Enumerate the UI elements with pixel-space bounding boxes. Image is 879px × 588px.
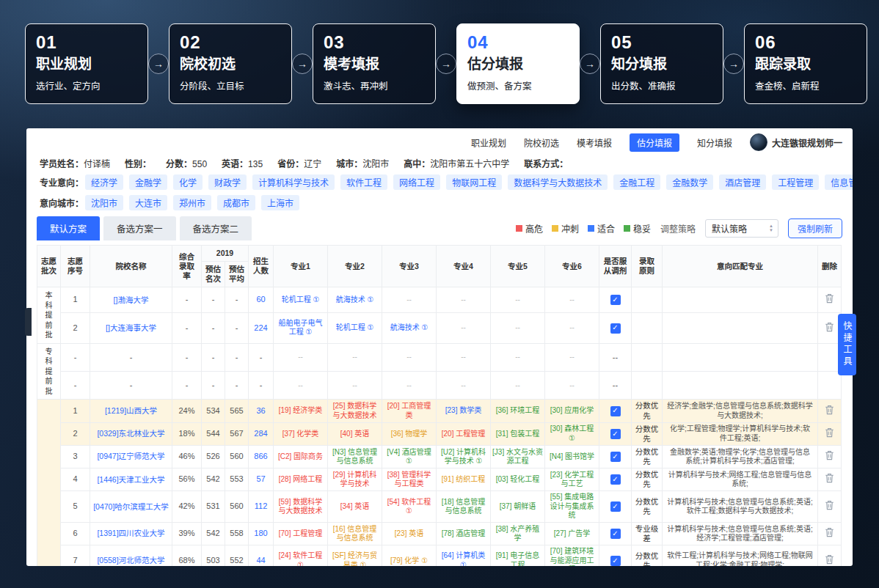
major-intent-tag[interactable]: 财政学 [208,174,247,190]
major-cell[interactable]: -- [491,372,545,400]
major-cell[interactable]: -- [437,287,491,313]
major-cell[interactable]: -- [274,372,328,400]
major-intent-tag[interactable]: 网络工程 [393,174,440,190]
nav-item[interactable]: 模考填报 [577,136,612,149]
delete-cell[interactable] [818,400,842,422]
major-cell[interactable]: [38] 管理科学与工程类 [382,468,437,491]
collapse-handle[interactable] [25,308,32,336]
trash-icon[interactable] [825,473,834,483]
major-cell[interactable]: [31] 包装工程 [491,422,545,445]
major-intent-tag[interactable]: 软件工程 [340,174,387,190]
major-cell[interactable]: -- [328,372,382,400]
college-link[interactable]: [0470]哈尔滨理工大学 [90,491,172,523]
nav-item[interactable]: 职业规划 [471,136,506,149]
obey-checkbox[interactable]: ✓ [610,452,621,462]
user-info[interactable]: 大连镞银规划师一 [750,133,842,151]
nav-item[interactable]: 估分填报 [630,133,679,152]
major-cell[interactable]: -- [545,372,599,400]
major-cell[interactable]: [U2] 计算机科学与技术 ① [437,445,491,468]
major-cell[interactable]: [19] 经济学类 [274,400,328,422]
major-cell[interactable]: -- [545,287,599,313]
college-link[interactable]: - [90,343,172,371]
major-cell[interactable]: [37] 朝鲜语 [491,491,545,523]
major-cell[interactable]: [V4] 酒店管理 ① [382,445,437,468]
trash-icon[interactable] [825,322,834,332]
trash-icon[interactable] [825,527,834,537]
major-cell[interactable]: [28] 网络工程 [274,468,328,491]
major-cell[interactable]: -- [491,343,545,371]
major-cell[interactable]: [34] 英语 [328,491,382,523]
major-cell[interactable]: 轮机工程 ① [328,312,382,343]
plan-tab[interactable]: 默认方案 [37,216,100,240]
major-intent-tag[interactable]: 酒店管理 [719,174,766,190]
city-intent-tag[interactable]: 大连市 [129,195,167,210]
major-intent-tag[interactable]: 计算机科学与技术 [252,174,335,190]
strategy-select[interactable]: 默认策略 ▲▼ [705,219,778,238]
trash-icon[interactable] [825,427,834,438]
major-cell[interactable]: [23] 英语 [382,522,437,545]
major-cell[interactable]: -- [545,312,599,343]
step-card-05[interactable]: 05 知分填报 出分数、准确报 [600,23,723,104]
major-cell[interactable]: [64] 计算机类 ① [437,545,491,566]
major-cell[interactable]: -- [382,343,437,371]
college-link[interactable]: - [90,372,172,400]
major-intent-tag[interactable]: 物联网工程 [446,174,502,190]
major-cell[interactable]: [70] 建筑环境与能源应用工程 [545,545,599,566]
major-cell[interactable]: [N3] 信息管理与信息系统 [328,445,382,468]
major-cell[interactable]: [24] 软件工程 ① [274,545,328,566]
major-cell[interactable]: [91] 纺织工程 [437,468,491,491]
major-cell[interactable]: [25] 数据科学与大数据技术 [328,400,382,422]
major-cell[interactable]: [16] 信息管理与信息系统 [328,522,382,545]
major-cell[interactable]: -- [382,287,437,313]
major-cell[interactable]: -- [382,372,437,400]
delete-cell[interactable] [818,545,842,566]
major-cell[interactable]: [54] 软件工程 ① [382,491,437,523]
major-cell[interactable]: [SF] 经济与贸易类 ① [328,545,382,566]
major-intent-tag[interactable]: 化学 [173,174,203,190]
major-cell[interactable]: -- [491,312,545,343]
major-intent-tag[interactable]: 金融工程 [613,174,660,190]
major-cell[interactable]: [36] 环境工程 [491,400,545,422]
major-cell[interactable]: [29] 计算机科学与技术 [328,468,382,491]
major-cell[interactable]: 船舶电子电气工程 ① [274,312,328,343]
college-link[interactable]: [0329]东北林业大学 [90,422,172,445]
major-cell[interactable]: [37] 化学类 [274,422,328,445]
step-card-03[interactable]: 03 模考填报 激斗志、再冲刺 [313,23,436,104]
major-cell[interactable]: 轮机工程 ① [274,287,328,313]
nav-item[interactable]: 知分填报 [697,136,732,149]
plan-tab[interactable]: 备选方案一 [103,216,176,240]
obey-checkbox[interactable]: ✓ [610,529,621,539]
major-cell[interactable]: [27] 广告学 [545,522,599,545]
city-intent-tag[interactable]: 郑州市 [173,195,211,210]
quick-tools-tab[interactable]: 快捷工具 [838,314,856,375]
major-cell[interactable]: 航海技术 ① [328,287,382,313]
major-intent-tag[interactable]: 数据科学与大数据技术 [508,174,608,190]
major-cell[interactable]: [C2] 国际商务 [274,445,328,468]
city-intent-tag[interactable]: 沈阳市 [85,195,123,210]
major-intent-tag[interactable]: 金融数学 [666,174,713,190]
major-cell[interactable]: [30] 应用化学 [545,400,599,422]
major-cell[interactable]: -- [437,372,491,400]
step-card-04[interactable]: 04 估分填报 做预测、备方案 [456,23,580,104]
major-cell[interactable]: [91] 电子信息工程 [491,545,545,566]
major-cell[interactable]: [03] 轻化工程 [491,468,545,491]
delete-cell[interactable] [818,445,842,468]
obey-checkbox[interactable]: ✓ [610,501,621,512]
step-card-02[interactable]: 02 院校初选 分阶段、立目标 [169,23,292,104]
major-cell[interactable]: [30] 森林工程 ① [545,422,599,445]
obey-checkbox[interactable]: ✓ [610,556,621,566]
delete-cell[interactable] [818,422,842,445]
major-cell[interactable]: -- [491,287,545,313]
major-cell[interactable]: [J3] 水文与水资源工程 [491,445,545,468]
college-link[interactable]: [1391]四川农业大学 [90,522,172,545]
trash-icon[interactable] [825,450,834,460]
major-cell[interactable]: [79] 化学 ① [382,545,437,566]
major-cell[interactable]: [18] 信息管理与信息系统 [437,491,491,523]
major-cell[interactable]: -- [274,343,328,371]
college-link[interactable]: []渤海大学 [90,287,172,313]
trash-icon[interactable] [825,554,834,565]
major-cell[interactable]: [55] 集成电路设计与集成系统 [545,491,599,523]
college-link[interactable]: [0947]辽宁师范大学 [90,445,172,468]
major-intent-tag[interactable]: 信息管理与信息系统 [825,174,853,190]
obey-checkbox[interactable]: ✓ [610,323,621,334]
